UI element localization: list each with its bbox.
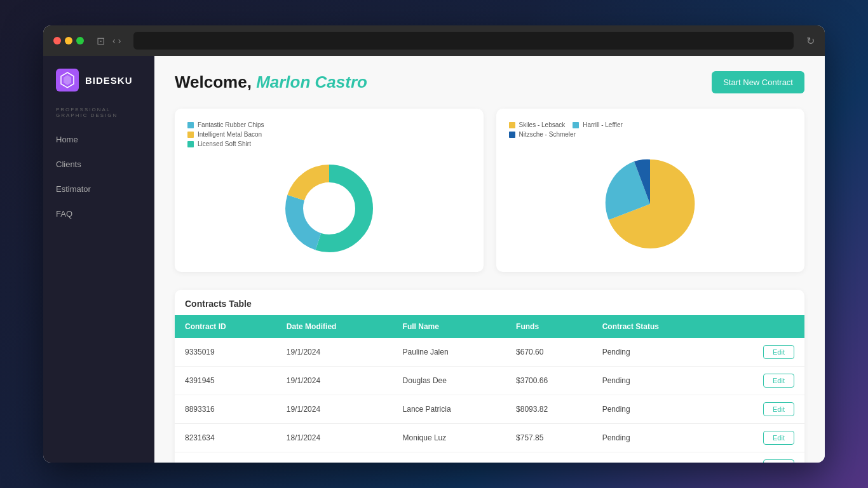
refresh-icon[interactable]: ↻ [806, 35, 815, 47]
cell-funds: $3700.66 [506, 367, 592, 395]
cell-action: Edit [719, 452, 804, 463]
sidebar-item-home[interactable]: Home [43, 128, 154, 151]
col-header-name: Full Name [393, 315, 506, 338]
table-row: 8893316 19/1/2024 Lance Patricia $8093.8… [175, 395, 804, 424]
cell-action: Edit [719, 395, 804, 424]
legend-item-1: Fantastic Rubber Chips [198, 121, 264, 128]
cell-action: Edit [719, 424, 804, 452]
chart2-area [509, 148, 792, 259]
cell-status: Pending [592, 338, 719, 367]
legend-item-2: Intelligent Metal Bacon [198, 131, 262, 138]
sidebar: BIDESKU PROFESSIONAL GRAPHIC DESIGN Home… [43, 56, 154, 463]
sidebar-nav: Home Clients Estimator FAQ [43, 128, 154, 225]
brand: BIDESKU [43, 69, 154, 107]
col-header-status: Contract Status [592, 315, 719, 338]
edit-button[interactable]: Edit [763, 374, 794, 388]
cell-funds: $757.85 [506, 424, 592, 452]
cell-name: Douglas Dee [393, 367, 506, 395]
brand-logo-icon [56, 69, 79, 92]
sidebar-toggle-icon[interactable]: ⊡ [97, 35, 105, 47]
charts-row: Fantastic Rubber Chips Intelligent Metal… [175, 109, 804, 272]
cell-status: Rejected [592, 452, 719, 463]
chart-card-2: Skiles - Lebsack Harrill - Leffler Nitzs… [496, 109, 805, 272]
cell-action: Edit [719, 367, 804, 395]
donut-chart-svg [278, 158, 380, 259]
cell-funds: $4174.52 [506, 452, 592, 463]
back-arrow-icon[interactable]: ‹ [112, 36, 116, 46]
contracts-table-section: Contracts Table Contract ID Date Modifie… [175, 290, 804, 463]
edit-button[interactable]: Edit [763, 345, 794, 359]
contracts-table-title: Contracts Table [175, 290, 804, 315]
table-row: 4391945 19/1/2024 Douglas Dee $3700.66 P… [175, 367, 804, 395]
cell-date: 18/1/2024 [276, 424, 393, 452]
legend2-item-3: Nitzsche - Schmeler [519, 131, 576, 138]
col-header-funds: Funds [506, 315, 592, 338]
navigation-arrows[interactable]: ‹ › [112, 36, 121, 46]
cell-funds: $670.60 [506, 338, 592, 367]
cell-id: 8893316 [175, 395, 276, 424]
edit-button[interactable]: Edit [763, 402, 794, 416]
svg-point-6 [304, 183, 355, 234]
browser-chrome: ⊡ ‹ › ↻ [43, 25, 825, 56]
sidebar-item-faq[interactable]: FAQ [43, 203, 154, 225]
cell-name: Pauline Jalen [393, 338, 506, 367]
table-row: 8364117 19/1/2024 Maxwell Allen $4174.52… [175, 452, 804, 463]
legend-item-3: Licensed Soft Shirt [198, 140, 251, 147]
cell-name: Maxwell Allen [393, 452, 506, 463]
col-header-action [719, 315, 804, 338]
col-header-id: Contract ID [175, 315, 276, 338]
chart2-legend: Skiles - Lebsack Harrill - Leffler Nitzs… [509, 121, 792, 138]
contracts-table: Contract ID Date Modified Full Name Fund… [175, 315, 804, 463]
chart1-area [187, 158, 471, 259]
table-header: Contract ID Date Modified Full Name Fund… [175, 315, 804, 338]
cell-date: 19/1/2024 [276, 395, 393, 424]
table-body: 9335019 19/1/2024 Pauline Jalen $670.60 … [175, 338, 804, 463]
cell-name: Lance Patricia [393, 395, 506, 424]
table-row: 9335019 19/1/2024 Pauline Jalen $670.60 … [175, 338, 804, 367]
cell-date: 19/1/2024 [276, 367, 393, 395]
table-row: 8231634 18/1/2024 Monique Luz $757.85 Pe… [175, 424, 804, 452]
cell-status: Pending [592, 367, 719, 395]
address-bar[interactable] [133, 32, 794, 50]
col-header-date: Date Modified [276, 315, 393, 338]
cell-status: Pending [592, 424, 719, 452]
cell-funds: $8093.82 [506, 395, 592, 424]
sidebar-item-estimator[interactable]: Estimator [43, 178, 154, 200]
legend2-item-1: Skiles - Lebsack [519, 121, 566, 128]
cell-id: 4391945 [175, 367, 276, 395]
edit-button[interactable]: Edit [763, 459, 794, 463]
chart1-legend: Fantastic Rubber Chips Intelligent Metal… [187, 121, 471, 147]
cell-id: 8231634 [175, 424, 276, 452]
chart-card-1: Fantastic Rubber Chips Intelligent Metal… [175, 109, 484, 272]
main-content: Welcome, Marlon Castro Start New Contrac… [154, 56, 825, 463]
forward-arrow-icon[interactable]: › [118, 36, 121, 46]
cell-status: Pending [592, 395, 719, 424]
sidebar-section-label: PROFESSIONAL GRAPHIC DESIGN [43, 107, 154, 128]
cell-id: 8364117 [175, 452, 276, 463]
welcome-prefix: Welcome, [175, 72, 256, 92]
close-button[interactable] [53, 37, 61, 44]
cell-id: 9335019 [175, 338, 276, 367]
maximize-button[interactable] [76, 37, 84, 44]
cell-date: 19/1/2024 [276, 452, 393, 463]
cell-name: Monique Luz [393, 424, 506, 452]
traffic-lights [53, 37, 84, 44]
edit-button[interactable]: Edit [763, 431, 794, 445]
sidebar-item-clients[interactable]: Clients [43, 153, 154, 175]
cell-action: Edit [719, 338, 804, 367]
welcome-user-name: Marlon Castro [256, 72, 367, 92]
welcome-title: Welcome, Marlon Castro [175, 72, 367, 92]
minimize-button[interactable] [65, 37, 72, 44]
legend2-item-2: Harrill - Leffler [583, 121, 623, 128]
cell-date: 19/1/2024 [276, 338, 393, 367]
brand-name: BIDESKU [85, 75, 133, 86]
start-contract-button[interactable]: Start New Contract [712, 71, 804, 93]
page-header: Welcome, Marlon Castro Start New Contrac… [175, 71, 804, 93]
pie-chart-svg [599, 153, 701, 255]
